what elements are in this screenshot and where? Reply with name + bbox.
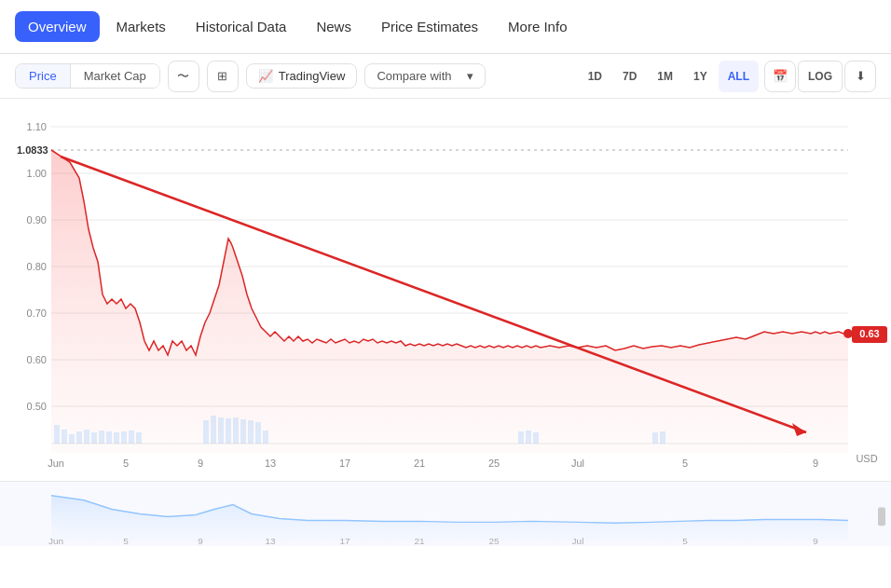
svg-rect-39 <box>240 419 246 444</box>
svg-text:Jul: Jul <box>571 458 584 469</box>
mini-chart: Jun 5 9 13 17 21 25 Jul 5 9 <box>0 481 891 546</box>
download-icon[interactable]: ⬇ <box>844 61 876 92</box>
marketcap-btn[interactable]: Market Cap <box>71 64 159 88</box>
svg-rect-34 <box>203 420 209 444</box>
svg-rect-46 <box>652 432 658 444</box>
svg-rect-44 <box>526 431 531 444</box>
compare-dropdown[interactable]: Compare with ▾ <box>364 63 486 89</box>
nav-more-info[interactable]: More Info <box>495 11 580 42</box>
svg-rect-40 <box>248 420 254 444</box>
svg-rect-28 <box>99 431 104 444</box>
svg-rect-31 <box>121 431 127 444</box>
tradingview-btn[interactable]: 📈 TradingView <box>246 63 358 89</box>
chart-toolbar: Price Market Cap 〜 ⊞ 📈 TradingView Compa… <box>0 54 891 99</box>
svg-text:21: 21 <box>414 536 425 546</box>
line-chart-icon[interactable]: 〜 <box>168 61 199 92</box>
svg-rect-32 <box>129 431 134 444</box>
svg-text:Jul: Jul <box>572 536 584 546</box>
svg-point-19 <box>843 329 853 338</box>
svg-text:0.80: 0.80 <box>27 261 47 272</box>
time-7d[interactable]: 7D <box>613 61 646 92</box>
svg-text:5: 5 <box>682 458 688 469</box>
tradingview-icon: 📈 <box>258 69 273 83</box>
price-marketcap-toggle: Price Market Cap <box>15 63 160 89</box>
calendar-icon[interactable]: 📅 <box>764 61 796 92</box>
svg-text:Jun: Jun <box>48 458 64 469</box>
svg-text:13: 13 <box>265 458 276 469</box>
log-btn[interactable]: LOG <box>798 61 843 92</box>
nav-price-estimates[interactable]: Price Estimates <box>368 11 491 42</box>
svg-text:0.50: 0.50 <box>27 401 47 412</box>
nav-markets[interactable]: Markets <box>103 11 179 42</box>
nav-overview[interactable]: Overview <box>15 11 100 42</box>
svg-rect-38 <box>233 417 239 444</box>
nav-news[interactable]: News <box>303 11 364 42</box>
svg-text:0.90: 0.90 <box>27 214 47 226</box>
svg-rect-35 <box>211 416 216 444</box>
svg-rect-45 <box>533 432 539 444</box>
svg-rect-26 <box>84 430 89 444</box>
svg-rect-27 <box>91 432 97 444</box>
svg-text:5: 5 <box>123 536 129 546</box>
svg-text:USD: USD <box>856 453 877 464</box>
svg-text:0.63: 0.63 <box>859 328 879 339</box>
svg-text:1.10: 1.10 <box>27 121 47 132</box>
time-range-buttons: 1D 7D 1M 1Y ALL 📅 LOG ⬇ <box>579 61 876 92</box>
candle-chart-icon[interactable]: ⊞ <box>207 61 239 92</box>
price-btn[interactable]: Price <box>16 64 71 88</box>
tradingview-label: TradingView <box>279 69 346 83</box>
svg-text:9: 9 <box>813 458 818 469</box>
time-1y[interactable]: 1Y <box>684 61 717 92</box>
svg-rect-42 <box>263 431 268 444</box>
svg-text:21: 21 <box>414 458 425 469</box>
svg-text:9: 9 <box>198 458 203 469</box>
chart-svg: 1.10 1.00 0.90 0.80 0.70 0.60 0.50 1.083… <box>0 99 891 481</box>
svg-text:9: 9 <box>198 536 203 546</box>
svg-text:Jun: Jun <box>48 536 63 546</box>
svg-rect-30 <box>114 432 119 444</box>
svg-text:0.70: 0.70 <box>27 308 47 319</box>
mini-chart-svg: Jun 5 9 13 17 21 25 Jul 5 9 <box>0 482 891 546</box>
main-chart: 1.10 1.00 0.90 0.80 0.70 0.60 0.50 1.083… <box>0 99 891 481</box>
svg-text:25: 25 <box>488 536 500 546</box>
svg-rect-37 <box>226 418 231 444</box>
svg-rect-25 <box>76 431 82 444</box>
time-1d[interactable]: 1D <box>579 61 611 92</box>
svg-text:0.60: 0.60 <box>27 354 47 365</box>
time-all[interactable]: ALL <box>719 61 759 92</box>
svg-rect-36 <box>218 417 224 444</box>
svg-rect-41 <box>255 422 261 444</box>
svg-text:17: 17 <box>339 458 350 469</box>
svg-text:1.0833: 1.0833 <box>17 144 48 156</box>
svg-rect-43 <box>518 431 524 444</box>
compare-label: Compare with <box>377 69 451 83</box>
svg-text:5: 5 <box>682 536 688 546</box>
svg-rect-29 <box>106 431 112 444</box>
svg-text:25: 25 <box>488 458 500 469</box>
svg-text:5: 5 <box>123 458 129 469</box>
svg-rect-23 <box>62 430 67 444</box>
chevron-down-icon: ▾ <box>467 69 473 83</box>
time-1m[interactable]: 1M <box>648 61 682 92</box>
svg-rect-70 <box>878 508 885 526</box>
svg-rect-33 <box>136 432 142 444</box>
svg-text:13: 13 <box>265 536 276 546</box>
svg-rect-22 <box>54 425 60 444</box>
svg-rect-24 <box>69 434 75 444</box>
svg-text:17: 17 <box>339 536 350 546</box>
nav-bar: Overview Markets Historical Data News Pr… <box>0 0 891 54</box>
nav-historical[interactable]: Historical Data <box>183 11 300 42</box>
svg-text:1.00: 1.00 <box>27 168 47 179</box>
svg-rect-47 <box>660 431 665 444</box>
svg-text:9: 9 <box>813 536 818 546</box>
